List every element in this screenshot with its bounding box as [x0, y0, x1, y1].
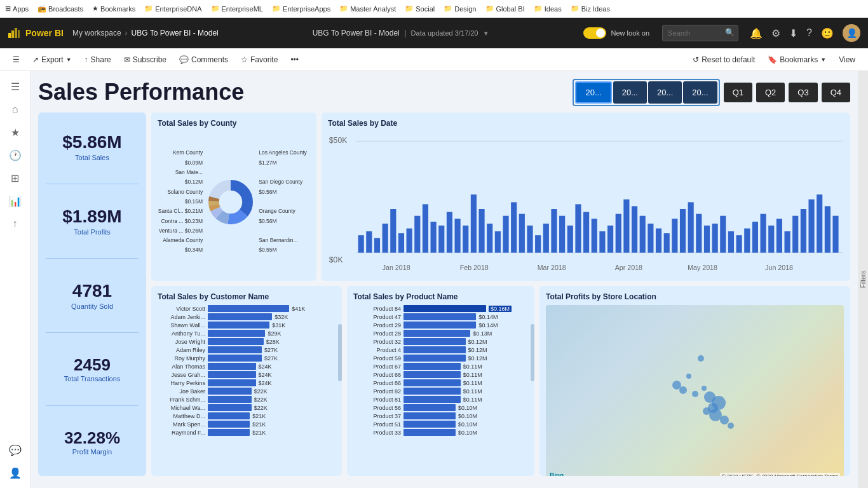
product-bar	[403, 313, 476, 320]
year-btn-3[interactable]: 20...	[648, 81, 682, 104]
svg-rect-59	[696, 214, 702, 253]
settings-icon[interactable]: ⚙	[771, 27, 780, 39]
customer-bar-item: Matthew D... $21K	[158, 412, 336, 419]
bookmark-globalbi[interactable]: 📁 Global BI	[485, 4, 525, 13]
q4-btn[interactable]: Q4	[822, 83, 850, 102]
svg-rect-44	[575, 204, 581, 252]
bookmark-bizideas[interactable]: 📁 Biz Ideas	[571, 4, 610, 13]
question-icon[interactable]: ?	[806, 27, 812, 39]
product-scroll[interactable]	[531, 324, 534, 381]
new-look-toggle[interactable]	[583, 27, 606, 39]
comments-btn[interactable]: 💬 Comments	[174, 53, 233, 67]
product-name: Product 66	[353, 372, 401, 378]
product-name: Product 67	[353, 363, 401, 370]
share-icon: ↑	[85, 55, 88, 64]
bookmark-masteranalyst[interactable]: 📁 Master Analyst	[339, 4, 396, 13]
toolbar: ☰ ↗ Export ▼ ↑ Share ✉ Subscribe 💬 Comme…	[0, 48, 868, 71]
bookmark-bookmarks[interactable]: ★ Bookmarks	[92, 4, 135, 13]
svg-rect-29	[455, 219, 461, 252]
subscribe-btn[interactable]: ✉ Subscribe	[119, 53, 172, 67]
customer-bar	[208, 313, 272, 320]
customer-name: Anthony Tu...	[158, 330, 205, 337]
year-btn-1[interactable]: 20...	[575, 81, 611, 104]
donut-label-ventura: Ventura ... $0.26M	[158, 226, 203, 236]
product-bar-item: Product 86 $0.11M	[353, 379, 528, 386]
svg-rect-31	[471, 194, 477, 253]
customer-bar	[208, 363, 256, 370]
customer-value: $41K	[292, 306, 305, 312]
svg-rect-53	[648, 224, 653, 253]
svg-rect-22	[398, 233, 404, 253]
bookmarks-btn[interactable]: 🔖 Bookmarks ▼	[763, 53, 831, 67]
map-credit: © 2020 HERE, © 2020 Microsoft Corporatio…	[720, 473, 840, 476]
product-bar-item: Product 51 $0.10M	[353, 421, 528, 428]
bookmark-enterprisedna[interactable]: 📁 EnterpriseDNA	[144, 4, 201, 13]
svg-rect-46	[592, 219, 597, 252]
kpi-panel: $5.86M Total Sales $1.89M Total Profits …	[38, 112, 146, 476]
customer-name: Adam Riley	[158, 347, 205, 353]
map-chart-card: Total Profits by Store Location © 2020 H…	[539, 286, 850, 476]
customer-bar-item: Shawn Wall... $31K	[158, 322, 336, 329]
filters-panel[interactable]: Filters	[858, 71, 868, 488]
donut-label-contra: Contra ... $0.23M	[158, 217, 203, 226]
svg-rect-1	[11, 30, 14, 38]
export-icon: ↗	[32, 55, 39, 64]
svg-rect-30	[463, 226, 468, 253]
export-btn[interactable]: ↗ Export ▼	[27, 53, 77, 67]
sidebar-workspace[interactable]: 💬	[5, 440, 25, 460]
customer-chart-card: Total Sales by Customer Name Victor Scot…	[151, 286, 342, 476]
bookmark-social[interactable]: 📁 Social	[405, 4, 435, 13]
donut-chart-area: Kern County $0.09M San Mate... $0.12M So…	[158, 132, 310, 272]
sidebar-profile[interactable]: 👤	[5, 463, 25, 483]
bookmark-apps[interactable]: ⊞ Apps	[5, 4, 29, 13]
bookmark-broadcasts[interactable]: 📻 Broadcasts	[37, 4, 83, 13]
year-btn-2[interactable]: 20...	[613, 81, 647, 104]
svg-rect-54	[656, 229, 661, 253]
share-btn[interactable]: ↑ Share	[79, 53, 116, 67]
year-btn-4[interactable]: 20...	[683, 81, 717, 104]
reset-btn[interactable]: ↺ Reset to default	[688, 53, 760, 67]
download-icon[interactable]: ⬇	[789, 27, 797, 39]
bookmark-design[interactable]: 📁 Design	[444, 4, 476, 13]
sidebar-home[interactable]: ⌂	[5, 99, 25, 119]
product-bar	[403, 388, 461, 395]
customer-scroll[interactable]	[338, 324, 342, 381]
svg-rect-36	[511, 202, 517, 252]
sidebar-metrics[interactable]: 📊	[5, 191, 25, 211]
subscribe-icon: ✉	[124, 55, 130, 64]
q1-btn[interactable]: Q1	[724, 83, 752, 102]
more-btn[interactable]: •••	[285, 53, 304, 67]
sidebar-share[interactable]: ↑	[5, 214, 25, 234]
sidebar-favorites[interactable]: ★	[5, 122, 25, 142]
product-value: $0.12M	[468, 347, 487, 353]
product-name: Product 32	[353, 339, 401, 345]
bookmark-ideas[interactable]: 📁 Ideas	[534, 4, 562, 13]
sidebar-hamburger[interactable]: ☰	[5, 76, 25, 97]
workspace-link[interactable]: My workspace	[72, 29, 121, 37]
dropdown-arrow-icon[interactable]: ▼	[483, 30, 489, 37]
customer-bar	[208, 396, 252, 403]
favorite-btn[interactable]: ☆ Favorite	[236, 53, 283, 67]
data-updated: Data updated 3/17/20	[411, 29, 478, 37]
emoji-icon[interactable]: 🙂	[821, 27, 834, 39]
svg-rect-2	[15, 28, 17, 38]
bookmark-enterpriseapps[interactable]: 📁 EnterpriseApps	[272, 4, 330, 13]
profile-avatar[interactable]: 👤	[843, 24, 860, 42]
sidebar-recent[interactable]: 🕐	[5, 145, 25, 165]
bookmark-enterpriseml[interactable]: 📁 EnterpriseML	[211, 4, 263, 13]
product-bar	[403, 421, 456, 428]
hamburger-menu-btn[interactable]: ☰	[8, 53, 25, 67]
svg-rect-58	[688, 202, 694, 252]
customer-name: Michael Wa...	[158, 405, 205, 411]
q2-btn[interactable]: Q2	[756, 83, 785, 102]
q3-btn[interactable]: Q3	[789, 83, 817, 102]
customer-bar-item: Jose Wright $28K	[158, 338, 336, 345]
map-dot	[698, 355, 704, 362]
sidebar-apps[interactable]: ⊞	[5, 168, 25, 188]
export-dropdown-icon: ▼	[66, 57, 72, 63]
view-btn[interactable]: View	[834, 53, 860, 67]
svg-rect-61	[712, 224, 718, 253]
notification-icon[interactable]: 🔔	[750, 27, 763, 39]
svg-text:$0K: $0K	[329, 255, 343, 264]
customer-bar	[208, 412, 250, 419]
